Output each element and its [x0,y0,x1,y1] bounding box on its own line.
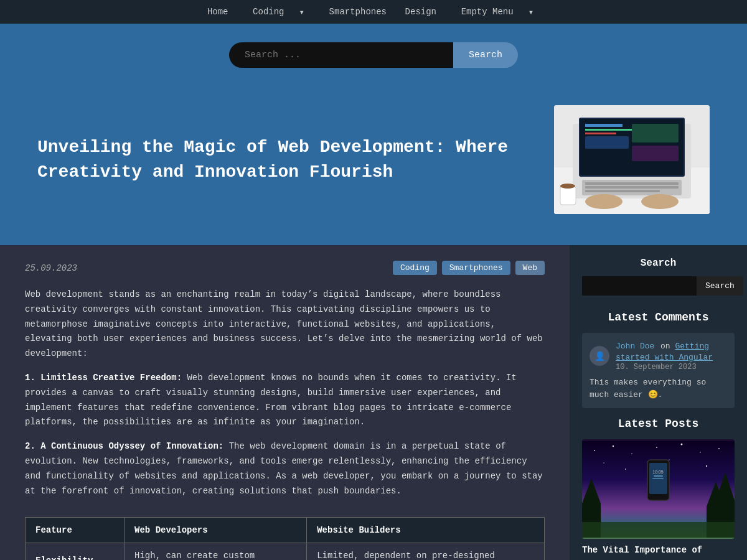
comment-author-row: 👤 John Doe on Getting started with Angul… [590,340,727,371]
sidebar-search-title: Search [582,258,735,269]
comment-date: 10. September 2023 [616,363,727,371]
svg-point-24 [681,443,683,445]
sidebar-search-button[interactable]: Search [697,276,743,296]
comment-author-line: John Doe on Getting started with Angular [616,340,727,363]
svg-rect-17 [560,186,576,205]
comment-text: This makes everything so much easier 😊. [590,376,727,401]
sidebar-search-input[interactable] [582,276,697,296]
post-section1: 1. Limitless Creative Freedom: Web devel… [25,371,545,430]
svg-rect-38 [652,478,664,479]
post-content: Web development stands as an enchanting … [25,287,545,498]
post-date: 25.09.2023 [25,263,77,273]
svg-point-20 [594,450,595,451]
svg-point-15 [585,194,622,209]
table-cell-builder-1: Limited, dependent on pre-designed templ… [307,543,545,560]
tag-coding[interactable]: Coding [393,261,437,275]
table-col-builder: Website Builders [307,518,545,543]
empty-menu-chevron-icon: ▾ [529,7,533,17]
svg-point-22 [631,453,632,454]
table-cell-webdev-1: High, can create custom solutions [125,543,307,560]
comment-author-info: John Doe on Getting started with Angular… [616,340,727,371]
nav-smartphones[interactable]: Smartphones [329,7,387,17]
tags: Coding Smartphones Web [393,261,545,275]
latest-posts-section: Latest Posts [582,418,735,555]
latest-post-image: 10:05 [582,439,735,539]
hero-section: Unveiling the Magic of Web Development: … [0,86,747,245]
svg-point-18 [560,184,575,189]
svg-rect-5 [585,124,622,127]
tag-smartphones[interactable]: Smartphones [442,261,510,275]
post-section2: 2. A Continuous Odyssey of Innovation: T… [25,439,545,498]
hero-image [554,105,710,214]
svg-point-28 [625,469,626,470]
coding-chevron-icon: ▾ [299,7,304,17]
content-wrapper: 25.09.2023 Coding Smartphones Web Web de… [0,245,747,560]
svg-rect-10 [632,146,679,161]
main-column: 25.09.2023 Coding Smartphones Web Web de… [0,245,570,560]
nav-home[interactable]: Home [207,7,228,17]
hero-title: Unveiling the Magic of Web Development: … [37,135,529,184]
section1-title: 1. Limitless Creative Freedom: [25,373,182,383]
top-navigation: Home Coding ▾ Smartphones Design Empty M… [0,0,747,24]
comment-author-link[interactable]: John Doe [616,342,654,351]
main-area: 25.09.2023 Coding Smartphones Web Web de… [0,245,747,560]
nav-empty-menu[interactable]: Empty Menu ▾ [455,7,540,17]
tag-web[interactable]: Web [515,261,545,275]
svg-rect-8 [585,136,629,149]
search-button[interactable]: Search [453,42,518,68]
comment-card: 👤 John Doe on Getting started with Angul… [582,333,735,408]
svg-rect-6 [585,129,635,131]
svg-point-16 [641,194,679,209]
svg-point-29 [669,459,670,460]
svg-point-21 [613,445,614,446]
svg-rect-37 [654,475,663,477]
table-cell-feature-1: Flexibility [26,543,125,560]
search-input[interactable] [229,42,453,68]
svg-point-30 [706,465,707,466]
latest-posts-title: Latest Posts [582,418,735,430]
sidebar-search-form: Search [582,276,735,296]
nav-coding[interactable]: Coding ▾ [247,7,311,17]
latest-comments-title: Latest Comments [582,311,735,324]
search-form: Search [229,42,518,68]
table-col-webdev: Web Developers [125,518,307,543]
svg-point-26 [718,448,720,449]
header-search-section: Search [0,24,747,86]
table-header-row: Feature Web Developers Website Builders [26,518,545,543]
sidebar-search-section: Search Search [582,258,735,296]
svg-point-27 [603,462,604,464]
table-col-feature: Feature [26,518,125,543]
comment-on-text: on [660,342,675,351]
svg-rect-7 [585,133,616,134]
svg-text:10:05: 10:05 [652,470,664,474]
avatar: 👤 [590,346,609,366]
post-meta: 25.09.2023 Coding Smartphones Web [25,261,545,275]
latest-post-title[interactable]: The Vital Importance of [582,545,735,555]
table-row: Flexibility High, can create custom solu… [26,543,545,560]
svg-rect-39 [582,522,735,538]
sidebar: Search Search Latest Comments 👤 John Doe [570,245,747,560]
nav-design[interactable]: Design [405,7,436,17]
svg-rect-14 [585,190,660,192]
svg-rect-13 [585,186,679,189]
post-intro: Web development stands as an enchanting … [25,287,545,362]
comparison-table: Feature Web Developers Website Builders … [25,517,545,560]
svg-point-25 [700,452,701,453]
svg-point-23 [656,447,657,448]
latest-comments-section: Latest Comments 👤 John Doe on Getting st… [582,311,735,408]
section2-title: 2. A Continuous Odyssey of Innovation: [25,441,223,451]
svg-rect-12 [585,182,679,185]
svg-rect-9 [632,124,679,142]
